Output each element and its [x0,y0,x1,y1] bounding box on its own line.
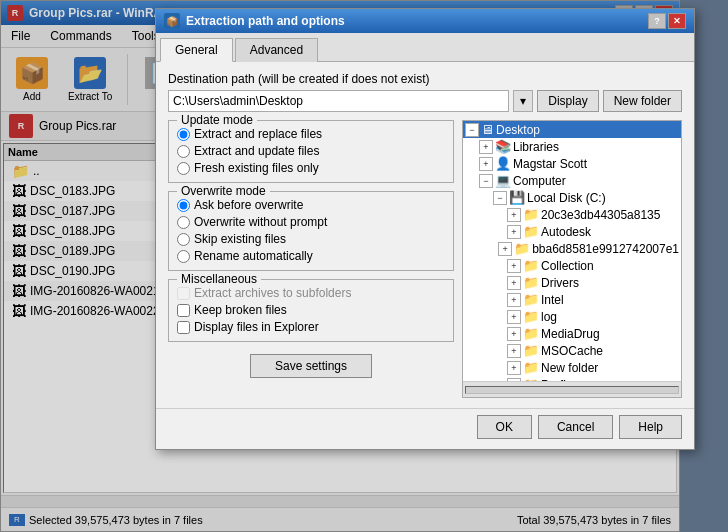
radio-fresh-only[interactable]: Fresh existing files only [177,161,445,175]
chk-keep-broken-label: Keep broken files [194,303,287,317]
expand-mediadrug[interactable]: + [507,327,521,341]
new-folder-button[interactable]: New folder [603,90,682,112]
radio-extract-update-label: Extract and update files [194,144,319,158]
display-button[interactable]: Display [537,90,598,112]
radio-fresh-only-label: Fresh existing files only [194,161,319,175]
tree-label-drivers: Drivers [541,276,579,290]
radio-ask-overwrite-label: Ask before overwrite [194,198,303,212]
tree-item-mediadrug[interactable]: + 📁 MediaDrug [463,325,681,342]
tab-general[interactable]: General [160,38,233,62]
expand-newfolder[interactable]: + [507,361,521,375]
tree-item-computer[interactable]: − 💻 Computer [463,172,681,189]
expand-collection[interactable]: + [507,259,521,273]
folder-magstar: 👤 [495,156,511,171]
radio-ask-overwrite[interactable]: Ask before overwrite [177,198,445,212]
computer-icon: 💻 [495,173,511,188]
tree-hscrollbar[interactable] [463,381,681,397]
tree-item-msocache[interactable]: + 📁 MSOCache [463,342,681,359]
folder-autodesk: 📁 [523,224,539,239]
radio-rename-auto-label: Rename automatically [194,249,313,263]
perflogs-folder-icon: 📁 [523,377,539,381]
radio-overwrite-no-prompt-label: Overwrite without prompt [194,215,327,229]
radio-extract-update[interactable]: Extract and update files [177,144,445,158]
update-mode-label: Update mode [177,113,257,127]
expand-hash1[interactable]: + [507,208,521,222]
tree-label-mediadrug: MediaDrug [541,327,600,341]
dialog-help-button[interactable]: ? [648,13,666,29]
tree-item-newfolder[interactable]: + 📁 New folder [463,359,681,376]
tree-label-hash2: bba6d8581e9912742007e1 [532,242,679,256]
save-settings-button[interactable]: Save settings [250,354,372,378]
expand-drivers[interactable]: + [507,276,521,290]
radio-skip-existing[interactable]: Skip existing files [177,232,445,246]
dialog-close-button[interactable]: ✕ [668,13,686,29]
folder-tree[interactable]: − 🖥 Desktop + 📚 Libraries [463,121,681,381]
expand-msocache[interactable]: + [507,344,521,358]
autodesk-folder-icon: 📁 [523,224,539,239]
dialog-title-bar: 📦 Extraction path and options ? ✕ [156,9,694,33]
chk-extract-subfolders[interactable]: Extract archives to subfolders [177,286,445,300]
expand-localdisk[interactable]: − [493,191,507,205]
expand-intel[interactable]: + [507,293,521,307]
radio-rename-auto[interactable]: Rename automatically [177,249,445,263]
tree-label-desktop: Desktop [496,123,540,137]
dialog-title-controls: ? ✕ [648,13,686,29]
tree-item-collection[interactable]: + 📁 Collection [463,257,681,274]
hash1-folder-icon: 📁 [523,207,539,222]
log-folder-icon: 📁 [523,309,539,324]
tree-item-magstar[interactable]: + 👤 Magstar Scott [463,155,681,172]
tree-item-desktop[interactable]: − 🖥 Desktop [463,121,681,138]
ok-button[interactable]: OK [477,415,532,439]
two-col-layout: Update mode Extract and replace files Ex… [168,120,682,398]
tab-advanced[interactable]: Advanced [235,38,318,62]
folder-log: 📁 [523,309,539,324]
tree-item-intel[interactable]: + 📁 Intel [463,291,681,308]
expand-libraries[interactable]: + [479,140,493,154]
help-button[interactable]: Help [619,415,682,439]
tree-item-hash1[interactable]: + 📁 20c3e3db44305a8135 [463,206,681,223]
dest-path-input[interactable] [168,90,509,112]
tree-label-computer: Computer [513,174,566,188]
folder-desktop: 🖥 [481,122,494,137]
overwrite-mode-label: Overwrite mode [177,184,270,198]
chk-display-explorer[interactable]: Display files in Explorer [177,320,445,334]
tree-label-localdisk: Local Disk (C:) [527,191,606,205]
tree-item-log[interactable]: + 📁 log [463,308,681,325]
folder-perflogs: 📁 [523,377,539,381]
expand-perflogs[interactable]: + [507,378,521,382]
tree-item-localdisk[interactable]: − 💾 Local Disk (C:) [463,189,681,206]
radio-overwrite-no-prompt[interactable]: Overwrite without prompt [177,215,445,229]
folder-computer: 💻 [495,173,511,188]
chk-keep-broken[interactable]: Keep broken files [177,303,445,317]
disk-icon: 💾 [509,190,525,205]
radio-extract-replace[interactable]: Extract and replace files [177,127,445,141]
dialog-icon: 📦 [164,13,180,29]
cancel-button[interactable]: Cancel [538,415,613,439]
tree-item-hash2[interactable]: + 📁 bba6d8581e9912742007e1 [463,240,681,257]
tree-label-hash1: 20c3e3db44305a8135 [541,208,660,222]
dest-dropdown-button[interactable]: ▾ [513,90,533,112]
folder-newfolder: 📁 [523,360,539,375]
tree-item-autodesk[interactable]: + 📁 Autodesk [463,223,681,240]
tree-item-drivers[interactable]: + 📁 Drivers [463,274,681,291]
dialog-title-text: Extraction path and options [186,14,345,28]
tree-label-intel: Intel [541,293,564,307]
tree-scroll-track[interactable] [465,386,679,394]
folder-drivers: 📁 [523,275,539,290]
expand-computer[interactable]: − [479,174,493,188]
extraction-dialog: 📦 Extraction path and options ? ✕ Genera… [155,8,695,450]
expand-autodesk[interactable]: + [507,225,521,239]
hash2-folder-icon: 📁 [514,241,530,256]
chk-extract-subfolders-label: Extract archives to subfolders [194,286,351,300]
radio-skip-existing-label: Skip existing files [194,232,286,246]
collection-folder-icon: 📁 [523,258,539,273]
tree-label-newfolder: New folder [541,361,598,375]
expand-log[interactable]: + [507,310,521,324]
expand-magstar[interactable]: + [479,157,493,171]
newfolder-icon: 📁 [523,360,539,375]
tree-item-libraries[interactable]: + 📚 Libraries [463,138,681,155]
save-settings-row: Save settings [168,350,454,382]
expand-desktop[interactable]: − [465,123,479,137]
update-mode-group: Update mode Extract and replace files Ex… [168,120,454,183]
expand-hash2[interactable]: + [498,242,512,256]
